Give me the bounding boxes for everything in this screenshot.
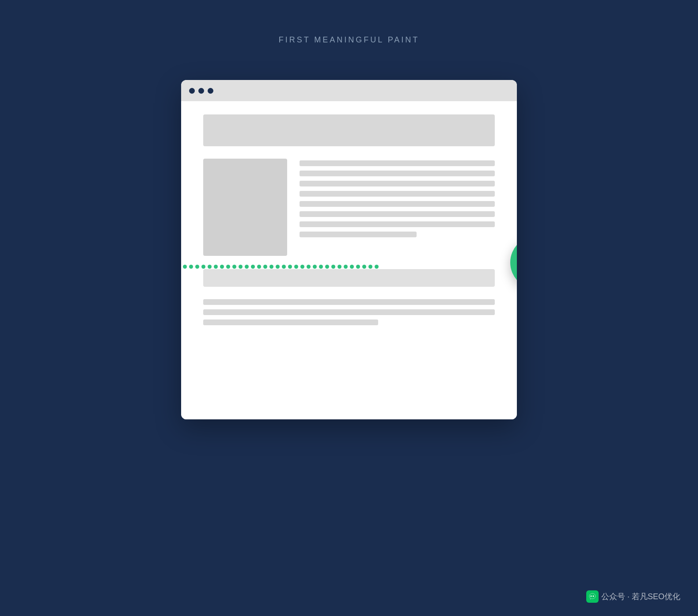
- browser-window: ABOVE FOLD ↑: [181, 80, 517, 419]
- svg-point-2: [590, 596, 592, 597]
- browser-titlebar: [181, 80, 517, 101]
- fold-dot: [239, 265, 243, 269]
- below-fold-block: [203, 269, 495, 287]
- fold-dot: [195, 265, 199, 269]
- fold-dot: [288, 265, 292, 269]
- fold-dot: [294, 265, 298, 269]
- content-line-4: [300, 191, 495, 197]
- content-line-1: [300, 160, 495, 166]
- fold-dot: [220, 265, 224, 269]
- fold-dot: [319, 265, 323, 269]
- fold-dot: [307, 265, 311, 269]
- fold-dot: [183, 265, 187, 269]
- fold-dot: [214, 265, 218, 269]
- content-line-7: [300, 221, 495, 227]
- dotted-separator: [181, 265, 517, 269]
- browser-wrapper: ABOVE FOLD ↑: [181, 80, 517, 419]
- content-lines: [300, 159, 495, 256]
- fold-dot: [189, 265, 193, 269]
- browser-content: ABOVE FOLD ↑: [181, 101, 517, 419]
- fold-dot: [226, 265, 230, 269]
- fold-dot: [208, 265, 212, 269]
- content-line-5: [300, 201, 495, 207]
- wechat-icon: [586, 590, 599, 603]
- below-fold-lines: [203, 299, 495, 325]
- fold-dot: [331, 265, 335, 269]
- fold-dot: [269, 265, 273, 269]
- main-container: FIRST MEANINGFUL PAINT: [0, 0, 698, 616]
- fold-dot: [282, 265, 286, 269]
- fold-dot: [245, 265, 249, 269]
- browser-dot-3: [208, 88, 213, 94]
- timer-badge: 1.5s: [510, 236, 517, 289]
- fold-dot: [232, 265, 236, 269]
- fold-dot: [344, 265, 348, 269]
- content-banner: [203, 114, 495, 146]
- fold-dot: [368, 265, 372, 269]
- fold-dot: [201, 265, 205, 269]
- watermark-text: 公众号 · 若凡SEO优化: [601, 591, 680, 602]
- fold-dot: [313, 265, 317, 269]
- browser-dot-2: [198, 88, 204, 94]
- fold-dot: [325, 265, 329, 269]
- fold-dot: [263, 265, 267, 269]
- below-line-2: [203, 309, 495, 315]
- content-line-8: [300, 232, 417, 237]
- fold-dot: [338, 265, 341, 269]
- fold-dot: [362, 265, 366, 269]
- content-body: [203, 159, 495, 256]
- page-title: FIRST MEANINGFUL PAINT: [279, 35, 420, 45]
- fold-dot: [375, 265, 379, 269]
- content-line-2: [300, 171, 495, 176]
- watermark: 公众号 · 若凡SEO优化: [586, 590, 680, 603]
- fold-dot: [300, 265, 304, 269]
- svg-point-3: [592, 596, 594, 597]
- fold-dot: [276, 265, 280, 269]
- content-line-3: [300, 181, 495, 186]
- fold-dot: [356, 265, 360, 269]
- fold-dot: [350, 265, 354, 269]
- browser-dot-1: [189, 88, 195, 94]
- content-image: [203, 159, 287, 256]
- content-line-6: [300, 211, 495, 217]
- fold-dot: [251, 265, 255, 269]
- below-fold-content: [203, 269, 495, 325]
- below-line-3: [203, 319, 378, 325]
- below-line-1: [203, 299, 495, 305]
- fold-dot: [257, 265, 261, 269]
